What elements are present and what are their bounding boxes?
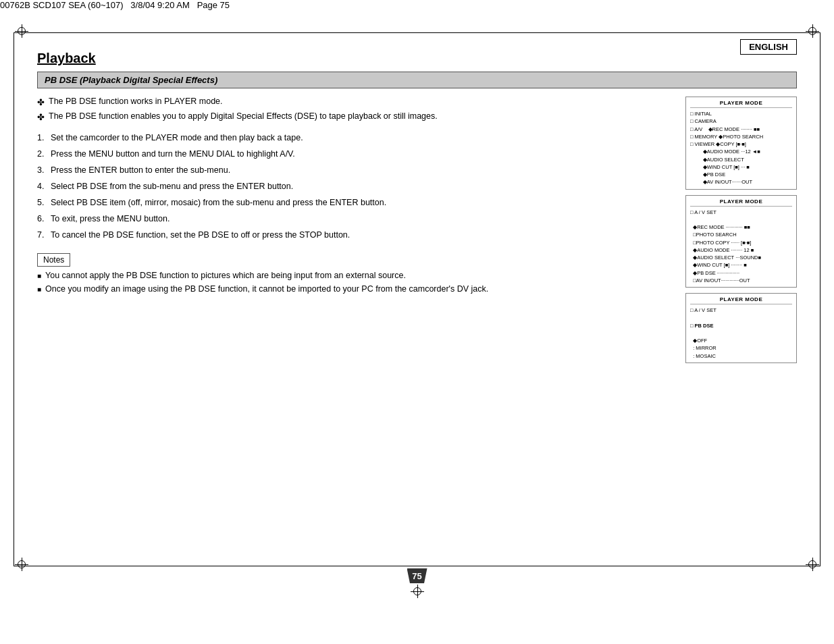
- reg-mark-tl: [15, 24, 28, 38]
- cross-icon: ✤: [37, 97, 45, 109]
- notes-list: You cannot apply the PB DSE function to …: [37, 271, 672, 294]
- steps-list: 1. Set the camcorder to the PLAYER mode …: [37, 133, 672, 240]
- main-content: Playback PB DSE (Playback Digital Specia…: [37, 51, 797, 556]
- notes-section: Notes You cannot apply the PB DSE functi…: [37, 253, 672, 294]
- page-number: 75: [407, 568, 427, 583]
- page-title: Playback: [37, 51, 797, 66]
- step-4: 4. Select PB DSE from the sub-menu and p…: [37, 182, 672, 191]
- notes-label: Notes: [37, 253, 70, 267]
- reg-mark-br: [806, 558, 819, 571]
- step-5: 5. Select PB DSE item (off, mirror, mosa…: [37, 198, 672, 207]
- screenshot-3-title: PLAYER MODE: [690, 296, 792, 304]
- screenshot-3: PLAYER MODE □ A / V SET □ PB DSE ◆OFF : …: [685, 293, 797, 363]
- reg-mark-bl: [15, 558, 28, 571]
- screenshot-1-title: PLAYER MODE: [690, 100, 792, 108]
- step-6: 6. To exit, press the MENU button.: [37, 214, 672, 223]
- step-2: 2. Press the MENU button and turn the ME…: [37, 149, 672, 159]
- intro-bullet-2: ✤ The PB DSE function enables you to app…: [37, 111, 672, 124]
- screenshot-3-content: □ A / V SET □ PB DSE ◆OFF : MIRROR : MOS…: [690, 306, 792, 360]
- reg-mark-center-bottom: [411, 585, 424, 598]
- screenshot-1-content: □ INITIAL □ CAMERA □ A/V ◆REC MODE ·····…: [690, 110, 792, 186]
- screenshot-1: PLAYER MODE □ INITIAL □ CAMERA □ A/V ◆RE…: [685, 97, 797, 190]
- note-1: You cannot apply the PB DSE function to …: [37, 271, 672, 280]
- screenshot-2-title: PLAYER MODE: [690, 198, 792, 207]
- step-1: 1. Set the camcorder to the PLAYER mode …: [37, 133, 672, 142]
- screenshot-2-content: □ A / V SET ◆REC MODE ············ ■■ □P…: [690, 209, 792, 285]
- left-content: ✤ The PB DSE function works in PLAYER mo…: [37, 97, 672, 369]
- section-heading: PB DSE (Playback Digital Special Effects…: [37, 72, 797, 88]
- step-3: 3. Press the ENTER button to enter the s…: [37, 165, 672, 175]
- step-7: 7. To cancel the PB DSE function, set th…: [37, 230, 672, 240]
- cross-icon-2: ✤: [37, 111, 45, 124]
- intro-bullet-1: ✤ The PB DSE function works in PLAYER mo…: [37, 97, 672, 109]
- doc-header: 00762B SCD107 SEA (60~107) 3/8/04 9:20 A…: [0, 0, 834, 10]
- screenshot-2: PLAYER MODE □ A / V SET ◆REC MODE ······…: [685, 195, 797, 288]
- right-content: PLAYER MODE □ INITIAL □ CAMERA □ A/V ◆RE…: [685, 97, 797, 369]
- note-2: Once you modify an image using the PB DS…: [37, 284, 672, 294]
- reg-mark-tr: [806, 24, 819, 38]
